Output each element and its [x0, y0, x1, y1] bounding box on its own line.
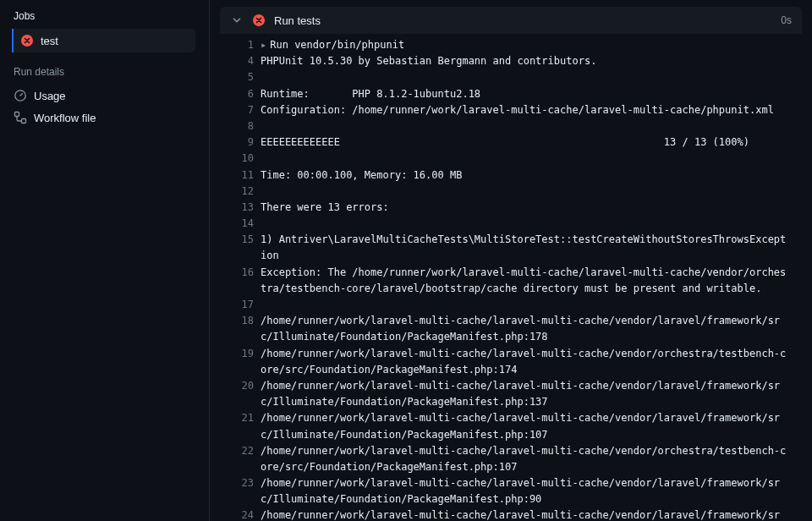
run-details-heading: Run details — [14, 52, 195, 85]
log-line: 16Exception: The /home/runner/work/larav… — [220, 265, 802, 297]
log-line-number: 5 — [230, 69, 261, 85]
log-line: 18/home/runner/work/laravel-multi-cache/… — [220, 313, 802, 345]
chevron-down-icon[interactable] — [230, 14, 244, 27]
log-line-number: 21 — [230, 410, 261, 426]
log-line-text: Configuration: /home/runner/work/laravel… — [261, 102, 792, 118]
jobs-sidebar: Jobs test Run details Usage Workflow fil… — [0, 0, 210, 521]
log-viewer: Run tests 0s 1▸Run vendor/bin/phpunit4PH… — [210, 0, 812, 521]
log-line-number: 20 — [230, 378, 261, 394]
log-line-number: 1 — [230, 37, 261, 53]
log-line-number: 22 — [230, 443, 261, 459]
log-line-number: 10 — [230, 151, 261, 167]
workflow-icon — [14, 111, 27, 124]
log-line-number: 4 — [230, 53, 261, 69]
log-line-number: 13 — [230, 200, 261, 216]
log-line-text: PHPUnit 10.5.30 by Sebastian Bergmann an… — [261, 53, 792, 69]
svg-rect-3 — [22, 119, 26, 123]
log-line-number: 19 — [230, 346, 261, 362]
log-line-text: /home/runner/work/laravel-multi-cache/la… — [261, 346, 792, 378]
log-line-text: /home/runner/work/laravel-multi-cache/la… — [261, 378, 792, 410]
log-line-text: There were 13 errors: — [261, 200, 792, 216]
log-line: 6Runtime: PHP 8.1.2-1ubuntu2.18 — [220, 86, 802, 102]
log-line: 7Configuration: /home/runner/work/larave… — [220, 102, 802, 118]
log-line-number: 7 — [230, 102, 261, 118]
log-line-number: 24 — [230, 507, 261, 521]
job-item-test[interactable]: test — [12, 29, 195, 52]
jobs-heading: Jobs — [14, 7, 195, 29]
log-line: 21/home/runner/work/laravel-multi-cache/… — [220, 410, 802, 442]
sidebar-link-usage[interactable]: Usage — [14, 85, 195, 107]
log-line-text: ▸Run vendor/bin/phpunit — [261, 37, 792, 53]
log-line: 5 — [220, 69, 802, 85]
log-line-number: 18 — [230, 313, 261, 329]
log-line: 12 — [220, 184, 802, 200]
log-line-text: /home/runner/work/laravel-multi-cache/la… — [261, 507, 792, 521]
svg-rect-2 — [15, 112, 19, 117]
log-line-text: Exception: The /home/runner/work/laravel… — [261, 265, 792, 297]
log-line-number: 23 — [230, 475, 261, 491]
log-line: 17 — [220, 297, 802, 313]
meter-icon — [14, 89, 27, 102]
log-line: 4PHPUnit 10.5.30 by Sebastian Bergmann a… — [220, 53, 802, 69]
log-line-number: 17 — [230, 297, 261, 313]
log-line-number: 15 — [230, 232, 261, 248]
log-line-text: Runtime: PHP 8.1.2-1ubuntu2.18 — [261, 86, 792, 102]
log-line: 8 — [220, 118, 802, 134]
sidebar-link-label: Usage — [34, 90, 66, 102]
step-header[interactable]: Run tests 0s — [220, 7, 802, 34]
log-line: 23/home/runner/work/laravel-multi-cache/… — [220, 475, 802, 507]
step-title: Run tests — [274, 14, 772, 27]
log-line: 14 — [220, 216, 802, 232]
log-line-number: 16 — [230, 265, 261, 281]
log-output[interactable]: 1▸Run vendor/bin/phpunit4PHPUnit 10.5.30… — [220, 34, 802, 521]
log-line: 19/home/runner/work/laravel-multi-cache/… — [220, 346, 802, 378]
log-line: 151) Antriver\LaravelMultiCacheTests\Mul… — [220, 232, 802, 264]
job-item-label: test — [41, 35, 58, 47]
x-circle-fill-icon — [20, 34, 34, 47]
log-line-text: /home/runner/work/laravel-multi-cache/la… — [261, 410, 792, 442]
log-line-number: 12 — [230, 184, 261, 200]
sidebar-link-workflow-file[interactable]: Workflow file — [14, 107, 195, 129]
log-line: 11Time: 00:00.100, Memory: 16.00 MB — [220, 167, 802, 184]
log-line: 24/home/runner/work/laravel-multi-cache/… — [220, 507, 802, 521]
step-duration: 0s — [781, 14, 792, 26]
log-line-number: 9 — [230, 134, 261, 151]
caret-right-icon[interactable]: ▸ — [261, 39, 266, 51]
log-line-number: 8 — [230, 118, 261, 134]
log-line: 1▸Run vendor/bin/phpunit — [220, 37, 802, 53]
log-line-text: 1) Antriver\LaravelMultiCacheTests\Multi… — [261, 232, 792, 264]
log-line-number: 11 — [230, 167, 261, 184]
log-line: 20/home/runner/work/laravel-multi-cache/… — [220, 378, 802, 410]
x-circle-fill-icon — [252, 14, 266, 27]
log-line-text: /home/runner/work/laravel-multi-cache/la… — [261, 443, 792, 475]
log-line: 10 — [220, 151, 802, 167]
log-line-text: EEEEEEEEEEEEE 13 / 13 (100%) — [261, 134, 792, 151]
log-line: 22/home/runner/work/laravel-multi-cache/… — [220, 443, 802, 475]
log-line: 13There were 13 errors: — [220, 200, 802, 216]
sidebar-link-label: Workflow file — [34, 112, 96, 124]
log-line-number: 6 — [230, 86, 261, 102]
log-line-text: Time: 00:00.100, Memory: 16.00 MB — [261, 167, 792, 184]
log-line-number: 14 — [230, 216, 261, 232]
log-line-text: /home/runner/work/laravel-multi-cache/la… — [261, 313, 792, 345]
log-line-text: /home/runner/work/laravel-multi-cache/la… — [261, 475, 792, 507]
log-line: 9EEEEEEEEEEEEE 13 / 13 (100%) — [220, 134, 802, 151]
